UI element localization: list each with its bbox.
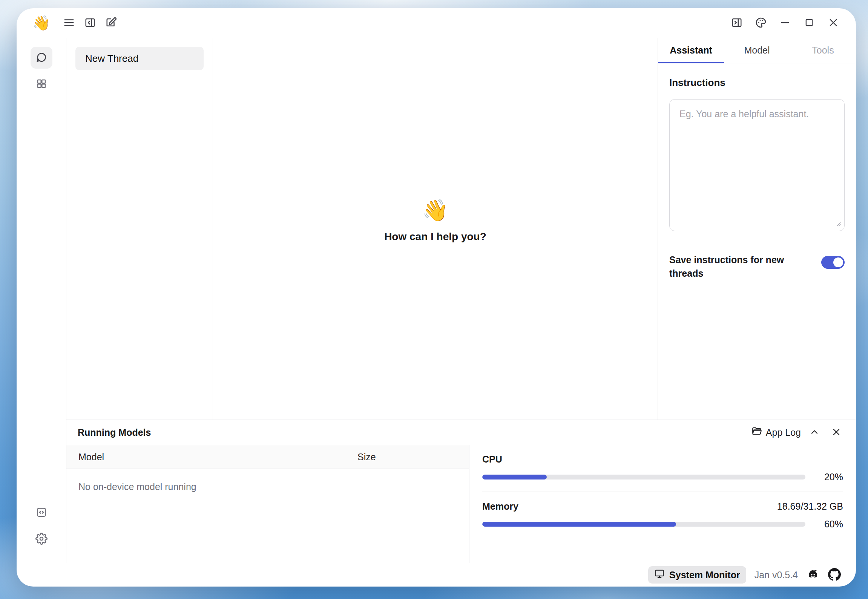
system-monitor-label: System Monitor xyxy=(669,570,740,581)
close-panel-button[interactable] xyxy=(828,424,845,441)
close-button[interactable] xyxy=(825,15,842,31)
hamburger-menu-icon xyxy=(63,17,75,29)
table-header-row: Model Size xyxy=(66,445,469,469)
close-icon xyxy=(828,17,839,29)
titlebar-left-actions xyxy=(61,15,120,31)
table-empty-row: No on-device model running xyxy=(66,469,469,505)
system-usage-area: CPU 20% Memory xyxy=(469,445,856,563)
left-sidebar xyxy=(17,38,66,563)
cpu-percent-value: 20% xyxy=(815,472,843,483)
compose-edit-icon xyxy=(106,17,117,29)
memory-label: Memory xyxy=(482,501,518,512)
greeting-text: How can I help you? xyxy=(384,231,486,243)
discord-link[interactable] xyxy=(806,568,820,582)
thread-list-panel: New Thread xyxy=(66,38,213,420)
instructions-input[interactable] xyxy=(669,99,845,231)
sidebar-item-settings[interactable] xyxy=(31,528,52,550)
toggle-knob xyxy=(833,257,843,267)
folder-open-icon xyxy=(751,426,762,439)
status-bar: System Monitor Jan v0.5.4 xyxy=(17,563,856,587)
minimize-button[interactable] xyxy=(777,15,793,31)
app-logo-wave-emoji: 👋 xyxy=(32,16,50,30)
menu-button[interactable] xyxy=(61,15,77,31)
collapse-panel-button[interactable] xyxy=(806,424,823,441)
tab-model[interactable]: Model xyxy=(724,38,790,63)
memory-progress-bar xyxy=(482,522,805,527)
thread-list-item[interactable]: New Thread xyxy=(75,47,204,70)
sidebar-item-local-api-server[interactable] xyxy=(31,502,52,524)
app-window: 👋 xyxy=(17,8,856,587)
panel-close-icon xyxy=(831,427,842,438)
github-icon xyxy=(828,568,841,582)
app-log-button[interactable]: App Log xyxy=(751,426,801,439)
new-thread-button[interactable] xyxy=(103,15,120,31)
running-models-table: Model Size No on-device model running xyxy=(66,445,469,563)
tab-assistant[interactable]: Assistant xyxy=(658,38,724,63)
maximize-icon xyxy=(804,17,814,29)
app-version: Jan v0.5.4 xyxy=(755,570,798,581)
grid-apps-icon xyxy=(36,78,47,90)
app-log-label: App Log xyxy=(766,427,801,438)
chat-main-area: 👋 How can I help you? xyxy=(213,38,658,420)
empty-state-text: No on-device model running xyxy=(78,481,196,492)
save-instructions-toggle[interactable] xyxy=(821,256,845,269)
system-monitor-button[interactable]: System Monitor xyxy=(648,566,746,584)
cpu-progress-bar xyxy=(482,475,805,480)
assistant-panel: Assistant Model Tools Instructions xyxy=(658,38,856,420)
sidebar-item-hub[interactable] xyxy=(31,73,52,95)
memory-percent-value: 60% xyxy=(815,519,843,530)
gear-icon xyxy=(35,533,48,546)
panel-left-collapse-icon xyxy=(84,17,96,29)
tab-tools[interactable]: Tools xyxy=(790,38,856,63)
collapse-left-panel-button[interactable] xyxy=(82,15,98,31)
assistant-panel-tabs: Assistant Model Tools xyxy=(658,38,856,63)
code-square-icon xyxy=(36,507,47,519)
monitor-icon xyxy=(654,568,665,581)
titlebar-right-actions xyxy=(728,15,842,31)
running-models-title: Running Models xyxy=(78,427,151,438)
memory-progress-fill xyxy=(482,522,676,527)
cpu-label: CPU xyxy=(482,454,502,465)
titlebar: 👋 xyxy=(17,8,856,38)
column-header-size: Size xyxy=(357,452,376,463)
system-monitor-panel: Running Models App Log xyxy=(66,420,856,563)
toggle-right-panel-button[interactable] xyxy=(728,15,745,31)
maximize-button[interactable] xyxy=(801,15,817,31)
instructions-label: Instructions xyxy=(669,77,845,89)
memory-usage-value: 18.69/31.32 GB xyxy=(777,501,843,512)
cpu-usage-row: CPU 20% xyxy=(482,445,843,492)
save-instructions-label: Save instructions for new threads xyxy=(669,253,794,280)
panel-right-toggle-icon xyxy=(731,17,742,29)
memory-usage-row: Memory 18.69/31.32 GB 60% xyxy=(482,492,843,539)
theme-button[interactable] xyxy=(753,15,769,31)
discord-icon xyxy=(806,568,820,582)
github-link[interactable] xyxy=(828,568,841,582)
minimize-icon xyxy=(780,17,790,29)
thread-title: New Thread xyxy=(85,53,138,64)
wave-emoji: 👋 xyxy=(422,200,449,221)
sidebar-item-threads[interactable] xyxy=(31,47,52,69)
chat-bubble-icon xyxy=(35,51,48,64)
column-header-model: Model xyxy=(78,452,357,463)
cpu-progress-fill xyxy=(482,475,547,480)
chevron-up-icon xyxy=(809,427,820,438)
palette-icon xyxy=(755,17,767,30)
